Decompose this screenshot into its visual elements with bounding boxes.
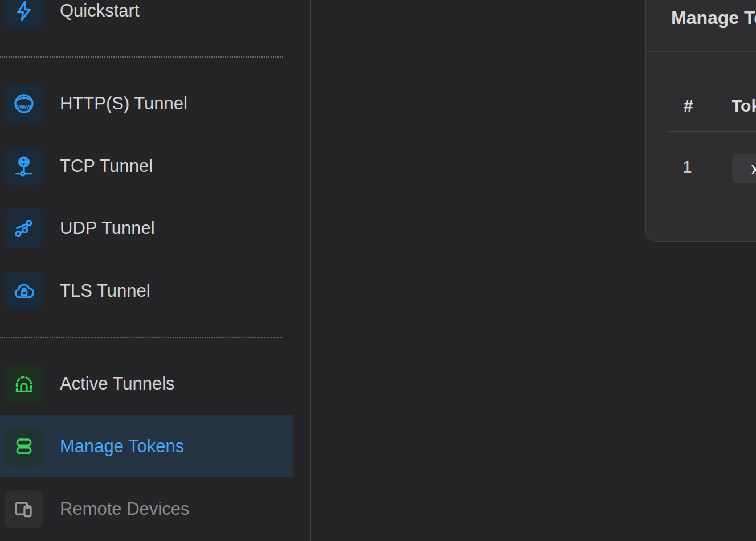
sidebar-item-label: Manage Tokens bbox=[60, 436, 184, 457]
devices-icon bbox=[5, 490, 43, 528]
sidebar-item-quickstart[interactable]: Quickstart bbox=[0, 0, 293, 30]
globe-www-icon: www bbox=[5, 84, 43, 123]
sidebar-item-label: Remote Devices bbox=[60, 499, 189, 519]
share-nodes-icon bbox=[5, 209, 43, 248]
network-globe-icon bbox=[5, 147, 43, 186]
sidebar-item-label: HTTP(S) Tunnel bbox=[60, 93, 187, 114]
table-header-token: Token bbox=[732, 96, 756, 116]
token-masked-value: x5h•••••••• bbox=[732, 154, 756, 183]
manage-tokens-panel: Manage Tokens # Token 1 x5h•••••••• bbox=[645, 0, 756, 242]
sidebar-item-tcp-tunnel[interactable]: TCP Tunnel bbox=[0, 147, 293, 186]
sidebar-item-udp-tunnel[interactable]: UDP Tunnel bbox=[0, 209, 293, 248]
panel-title: Manage Tokens bbox=[671, 6, 756, 29]
sidebar-item-active-tunnels[interactable]: Active Tunnels bbox=[0, 364, 293, 403]
sidebar-divider-top bbox=[0, 56, 283, 58]
token-masked-text: x5h•••••••• bbox=[751, 159, 756, 178]
sidebar-item-label: UDP Tunnel bbox=[60, 218, 155, 239]
main-content: Manage Tokens # Token 1 x5h•••••••• bbox=[311, 0, 756, 541]
token-row-index: 1 bbox=[683, 157, 692, 177]
sidebar-item-tls-tunnel[interactable]: TLS Tunnel bbox=[0, 272, 293, 310]
sidebar-item-label: TCP Tunnel bbox=[60, 156, 153, 177]
sidebar-divider-bottom bbox=[0, 337, 283, 338]
lightning-icon bbox=[5, 0, 43, 30]
sidebar: Quickstart www HTTP(S) Tunnel bbox=[0, 0, 310, 541]
tunnel-icon bbox=[5, 364, 43, 403]
tunnel-manager-app: Quickstart www HTTP(S) Tunnel bbox=[0, 0, 756, 541]
sidebar-item-remote-devices[interactable]: Remote Devices bbox=[0, 490, 293, 528]
cloud-lock-icon bbox=[5, 272, 43, 310]
sidebar-item-label: Active Tunnels bbox=[60, 374, 175, 394]
sidebar-item-manage-tokens[interactable]: Manage Tokens bbox=[0, 427, 293, 466]
sidebar-item-http-tunnel[interactable]: www HTTP(S) Tunnel bbox=[0, 84, 293, 123]
stacked-tokens-icon bbox=[5, 427, 43, 466]
sidebar-item-label: TLS Tunnel bbox=[60, 281, 150, 301]
table-header-index: # bbox=[684, 96, 693, 116]
svg-text:www: www bbox=[17, 103, 32, 110]
table-header-underline bbox=[669, 131, 756, 132]
panel-header-divider bbox=[646, 51, 756, 52]
sidebar-item-label: Quickstart bbox=[60, 1, 140, 21]
